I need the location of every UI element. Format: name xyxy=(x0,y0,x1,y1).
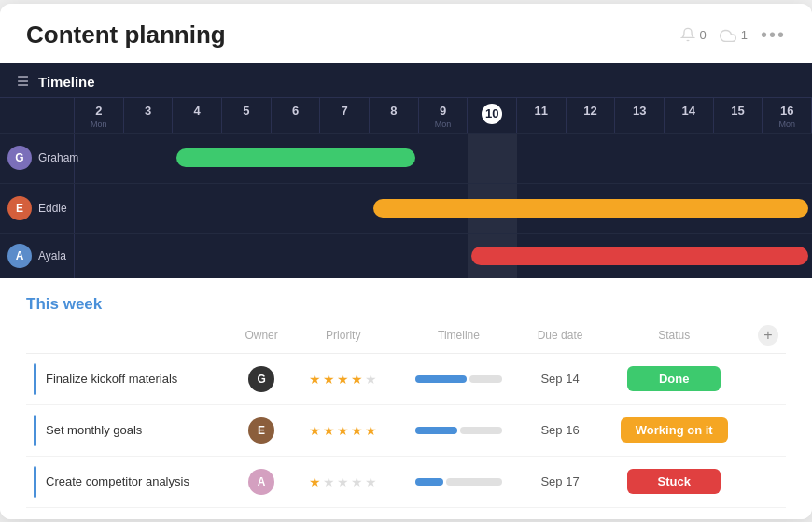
timeline-cell-0 xyxy=(395,353,522,404)
status-cell-2[interactable]: Stuck xyxy=(597,456,750,507)
cal-day-2: 3 xyxy=(124,98,174,133)
star-empty: ★ xyxy=(351,474,363,489)
owner-cell-2: A xyxy=(231,456,291,507)
cal-day-10: 11 xyxy=(517,98,567,133)
mini-bar-filled xyxy=(415,427,457,434)
cloud-icon xyxy=(720,27,736,42)
star-empty: ★ xyxy=(365,474,377,489)
cal-day-3: 4 xyxy=(173,98,222,133)
gantt-bar-eddie xyxy=(373,199,808,218)
task-left-bar xyxy=(34,466,36,498)
cal-day-15: 16 Mon xyxy=(763,98,812,133)
status-cell-1[interactable]: Working on it xyxy=(597,404,750,456)
ayala-cells xyxy=(75,234,812,278)
table-row: Create competitor analysis A★★★★★ Sep 17… xyxy=(26,456,786,507)
section-title: This week xyxy=(26,295,786,314)
mini-bar-wrap xyxy=(402,478,514,486)
mini-bar-wrap xyxy=(402,375,514,383)
cal-day-today: 10 xyxy=(468,98,517,133)
more-button[interactable]: ••• xyxy=(761,24,786,46)
cal-day-11: 12 xyxy=(567,98,616,133)
status-cell-0[interactable]: Done xyxy=(597,353,750,404)
task-name-wrap: Set monthly goals xyxy=(34,415,224,446)
star-filled: ★ xyxy=(351,423,363,438)
star-filled: ★ xyxy=(309,423,321,438)
owner-avatar-2: A xyxy=(248,469,274,495)
calendar-grid: 2 Mon 3 4 5 6 7 8 9 Mon 10 11 12 13 14 1… xyxy=(0,97,812,133)
col-owner: Owner xyxy=(231,325,291,354)
avatar-graham: G xyxy=(7,146,32,170)
task-name-cell-1: Set monthly goals xyxy=(26,404,231,456)
alert-icon xyxy=(680,27,695,42)
task-name-cell-2: Create competitor analysis xyxy=(26,456,231,507)
col-duedate: Due date xyxy=(523,325,598,354)
notification-count: 1 xyxy=(741,28,748,42)
eddie-cells xyxy=(75,184,812,233)
graham-cells xyxy=(75,134,812,183)
main-card: Content planning 0 1 ••• ☰ Timeline xyxy=(0,4,812,519)
due-date-cell-0: Sep 14 xyxy=(523,353,598,404)
row-name-graham: Graham xyxy=(38,151,78,164)
cal-day-7: 8 xyxy=(370,98,419,133)
timeline-row-graham: G Graham xyxy=(0,133,812,183)
star-empty: ★ xyxy=(323,474,335,489)
gantt-bar-ayala xyxy=(471,247,808,265)
table-section: This week Owner Priority Timeline Due da… xyxy=(0,278,812,519)
col-add[interactable]: + xyxy=(750,325,786,354)
timeline-row-eddie: E Eddie xyxy=(0,183,812,233)
alert-count: 0 xyxy=(700,28,707,42)
col-task xyxy=(26,325,231,354)
due-date-1: Sep 16 xyxy=(540,423,579,437)
stars-1: ★★★★★ xyxy=(299,423,387,438)
col-priority: Priority xyxy=(291,325,395,354)
owner-avatar-0: G xyxy=(248,366,274,392)
mini-bar-bg xyxy=(446,478,502,486)
row-name-ayala: Ayala xyxy=(38,249,66,262)
status-button-1[interactable]: Working on it xyxy=(621,417,728,443)
cal-day-12: 13 xyxy=(615,98,665,133)
priority-cell-0: ★★★★★ xyxy=(291,353,395,404)
add-column-button[interactable]: + xyxy=(758,325,778,346)
star-filled: ★ xyxy=(337,423,349,438)
owner-cell-0: G xyxy=(231,353,291,404)
star-empty: ★ xyxy=(365,372,377,387)
page-title: Content planning xyxy=(26,21,226,49)
col-timeline: Timeline xyxy=(395,325,522,354)
task-left-bar xyxy=(34,363,36,395)
avatar-eddie: E xyxy=(7,196,32,220)
mini-bar-bg xyxy=(460,427,502,434)
grid-corner xyxy=(0,98,75,133)
due-date-0: Sep 14 xyxy=(540,372,579,386)
cal-day-4: 5 xyxy=(222,98,272,133)
task-name: Finalize kickoff materials xyxy=(46,372,177,386)
today-highlight xyxy=(468,134,517,183)
timeline-label: Timeline xyxy=(38,74,95,90)
status-button-0[interactable]: Done xyxy=(627,366,721,391)
task-name-wrap: Create competitor analysis xyxy=(34,466,224,498)
status-button-2[interactable]: Stuck xyxy=(627,469,721,494)
due-date-2: Sep 17 xyxy=(540,474,579,488)
star-empty: ★ xyxy=(337,474,349,489)
alert-badge: 0 xyxy=(680,27,707,42)
owner-cell-1: E xyxy=(231,404,291,456)
timeline-row-ayala: A Ayala xyxy=(0,233,812,278)
add-cell-0 xyxy=(750,353,786,404)
due-date-cell-2: Sep 17 xyxy=(523,456,598,507)
star-filled: ★ xyxy=(365,423,377,438)
notification-badge: 1 xyxy=(720,27,748,42)
add-cell-2 xyxy=(750,456,786,507)
owner-avatar-1: E xyxy=(248,417,274,444)
task-table: Owner Priority Timeline Due date Status … xyxy=(26,325,786,508)
star-filled: ★ xyxy=(323,423,335,438)
mini-bar-filled xyxy=(415,478,443,486)
star-filled: ★ xyxy=(323,372,335,387)
star-filled: ★ xyxy=(309,372,321,387)
cal-day-8: 9 Mon xyxy=(419,98,469,133)
mini-bar-filled xyxy=(415,375,467,383)
star-filled: ★ xyxy=(337,372,349,387)
add-cell-1 xyxy=(750,404,786,456)
table-header-row: Owner Priority Timeline Due date Status … xyxy=(26,325,786,354)
task-table-body: Finalize kickoff materials G★★★★★ Sep 14… xyxy=(26,353,786,507)
priority-cell-2: ★★★★★ xyxy=(291,456,395,507)
stars-0: ★★★★★ xyxy=(299,372,387,387)
